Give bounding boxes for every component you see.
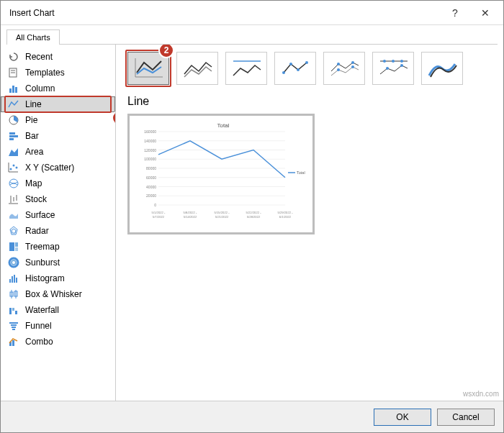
subtype-line[interactable]: 2 [127,52,169,85]
subtype-line-markers[interactable] [274,52,316,85]
svg-rect-3 [9,88,12,93]
svg-text:0: 0 [154,203,156,207]
sidebar-item-label: Radar [25,226,49,236]
sidebar-item-label: Histogram [25,273,65,283]
chart-heading: Line [127,95,492,108]
sidebar-item-label: Pie [25,115,37,125]
sidebar-item-bar[interactable]: Bar [1,128,115,144]
tabstrip: All Charts [1,25,503,44]
templates-icon [8,67,19,78]
svg-text:5/8/2022 -: 5/8/2022 - [184,211,197,214]
sidebar-item-scatter[interactable]: X Y (Scatter) [1,160,115,176]
line-icon [8,99,19,110]
subtype-3d-line[interactable] [421,52,463,85]
histogram-icon [8,273,19,284]
sidebar-item-label: Bar [25,131,39,141]
sidebar-item-combo[interactable]: Combo [1,334,115,350]
sidebar-item-label: Templates [25,68,65,78]
sidebar-item-histogram[interactable]: Histogram [1,270,115,286]
svg-rect-36 [9,308,12,314]
svg-rect-5 [15,87,17,93]
svg-point-26 [9,258,18,267]
sidebar-item-column[interactable]: Column [1,81,115,96]
svg-text:100000: 100000 [144,157,156,161]
svg-text:5/15/2022 -: 5/15/2022 - [214,211,230,214]
close-button[interactable]: ✕ [470,2,500,24]
sidebar-item-treemap[interactable]: Treemap [1,239,115,255]
sidebar-item-recent[interactable]: Recent [1,49,115,65]
svg-text:5/7/2022: 5/7/2022 [153,215,165,219]
funnel-icon [8,320,19,332]
content-pane: 2 L [116,45,503,401]
sidebar-item-sunburst[interactable]: Sunburst [1,255,115,270]
svg-rect-29 [12,276,13,283]
subtype-100-stacked-line-markers[interactable] [372,52,414,85]
sidebar-item-surface[interactable]: Surface [1,207,115,223]
radar-icon [8,225,19,237]
svg-text:Total: Total [297,170,305,175]
sidebar-item-templates[interactable]: Templates [1,65,115,81]
svg-point-51 [305,61,308,64]
svg-rect-42 [12,329,15,330]
subtype-100-stacked-line[interactable] [225,52,267,85]
svg-text:Total: Total [217,122,230,129]
svg-rect-9 [9,138,14,140]
sidebar-item-label: Recent [25,52,53,62]
sidebar-item-stock[interactable]: Stock [1,191,115,207]
svg-text:5/29/2022 -: 5/29/2022 - [277,211,293,214]
sidebar-item-boxwhisker[interactable]: Box & Whisker [1,286,115,302]
svg-text:40000: 40000 [146,185,156,189]
subtype-stacked-line-markers[interactable] [323,52,365,85]
svg-point-53 [351,61,354,64]
sidebar-item-waterfall[interactable]: Waterfall [1,302,115,318]
svg-point-49 [289,63,292,65]
cancel-button[interactable]: Cancel [437,409,495,426]
svg-text:20000: 20000 [146,193,156,198]
svg-marker-10 [9,148,18,156]
watermark: wsxdn.com [463,390,499,398]
sidebar-item-radar[interactable]: Radar [1,223,115,239]
treemap-icon [8,241,19,252]
svg-point-52 [337,63,340,65]
subtype-stacked-line[interactable] [176,52,218,85]
sidebar-item-pie[interactable]: Pie [1,112,115,128]
svg-point-13 [16,167,18,169]
sidebar-item-funnel[interactable]: Funnel [1,318,115,334]
ok-button[interactable]: OK [374,409,431,426]
chart-preview[interactable]: Total02000040000600008000010000012000014… [127,114,315,234]
titlebar: Insert Chart ? ✕ [1,1,503,25]
sidebar-item-label: Line [25,99,42,109]
svg-point-11 [10,168,12,170]
dialog-window: Insert Chart ? ✕ All Charts Recent Templ… [0,0,504,433]
combo-icon [8,336,19,347]
svg-text:160000: 160000 [144,129,156,134]
sidebar-item-area[interactable]: Area [1,144,115,160]
sidebar-item-line[interactable]: Line 1 [1,96,115,112]
svg-rect-38 [15,311,17,314]
sunburst-icon [8,257,19,268]
sidebar-item-label: Treemap [25,242,60,252]
svg-point-61 [400,64,403,67]
bar-icon [8,130,19,142]
svg-rect-23 [9,242,14,251]
svg-rect-4 [12,86,14,93]
sidebar-item-label: Surface [25,210,55,220]
sidebar-item-map[interactable]: Map [1,176,115,191]
svg-text:5/14/2022: 5/14/2022 [184,215,197,219]
svg-text:5/1/2022 -: 5/1/2022 - [152,211,166,214]
svg-rect-31 [16,278,17,283]
svg-text:6/1/2022: 6/1/2022 [279,215,292,219]
svg-text:5/21/2022: 5/21/2022 [215,215,229,219]
sidebar-item-label: Box & Whisker [25,289,82,299]
tab-all-charts[interactable]: All Charts [6,29,60,45]
sidebar-item-label: Column [25,83,55,94]
help-button[interactable]: ? [440,2,470,24]
svg-text:5/28/2022: 5/28/2022 [247,215,261,219]
sidebar-item-label: Combo [25,337,53,347]
window-title: Insert Chart [9,8,55,18]
footer: OK Cancel [1,401,503,432]
svg-rect-7 [9,132,15,135]
svg-rect-40 [11,324,17,326]
svg-rect-44 [12,340,14,346]
sidebar-item-label: Funnel [25,321,52,331]
